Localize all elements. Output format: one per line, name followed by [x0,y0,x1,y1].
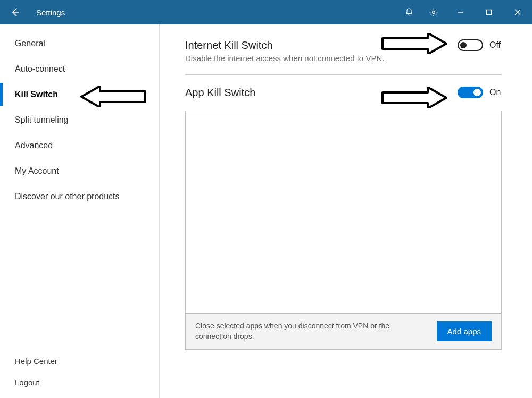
back-button[interactable] [4,0,26,24]
app-kill-switch-description: Close selected apps when you disconnect … [195,321,426,342]
window-close-button[interactable] [503,0,532,24]
sidebar-item-general[interactable]: General [0,31,159,56]
app-kill-switch-toggle[interactable] [458,87,483,98]
sidebar-item-label: Split tunneling [15,115,69,125]
window-maximize-button[interactable] [475,0,503,24]
settings-body: Internet Kill Switch Disable the interne… [160,24,532,398]
sidebar-item-auto-connect[interactable]: Auto-connect [0,56,159,82]
sidebar-item-logout[interactable]: Logout [0,371,159,393]
bell-icon [404,7,414,17]
add-apps-button[interactable]: Add apps [437,321,492,341]
internet-kill-switch-toggle[interactable] [458,39,483,51]
maximize-icon [486,9,492,15]
notifications-button[interactable] [397,0,421,24]
app-kill-switch-row: App Kill Switch On [185,87,505,99]
divider [185,74,502,75]
internet-kill-switch-title: Internet Kill Switch [185,39,384,52]
sidebar-item-discover-products[interactable]: Discover our other products [0,184,159,209]
sidebar-item-label: Auto-connect [15,64,65,74]
sidebar-item-kill-switch[interactable]: Kill Switch [0,82,159,107]
internet-kill-switch-row: Internet Kill Switch Disable the interne… [185,39,505,63]
toggle-knob [473,89,481,96]
sidebar-item-label: My Account [15,166,59,176]
main-area: General Auto-connect Kill Switch Split t… [0,24,532,398]
sidebar-item-label: General [15,39,45,48]
arrow-left-icon [10,7,20,17]
gear-icon [429,7,438,17]
sidebar-item-label: Discover our other products [15,192,120,201]
settings-gear-button[interactable] [421,0,446,24]
internet-kill-switch-state: Off [489,40,505,50]
svg-point-0 [433,11,435,14]
close-icon [514,9,521,15]
sidebar-item-label: Kill Switch [15,90,58,99]
window-minimize-button[interactable] [446,0,475,24]
sidebar-item-my-account[interactable]: My Account [0,158,159,184]
internet-kill-switch-subtitle: Disable the internet access when not con… [185,54,384,63]
app-kill-switch-title: App Kill Switch [185,87,255,99]
minimize-icon [457,9,463,15]
sidebar-item-help-center[interactable]: Help Center [0,350,159,371]
app-kill-switch-card: Close selected apps when you disconnect … [185,111,502,350]
app-kill-switch-list[interactable] [186,111,501,313]
svg-rect-1 [487,10,492,15]
page-title: Settings [36,8,65,17]
sidebar-item-advanced[interactable]: Advanced [0,133,159,158]
toggle-knob [460,42,467,48]
sidebar-item-label: Advanced [15,141,53,150]
app-kill-switch-footer: Close selected apps when you disconnect … [186,313,501,349]
sidebar-item-split-tunneling[interactable]: Split tunneling [0,107,159,133]
app-kill-switch-state: On [489,88,505,97]
sidebar: General Auto-connect Kill Switch Split t… [0,24,160,398]
sidebar-item-label: Help Center [15,357,57,366]
titlebar: Settings [0,0,532,24]
sidebar-item-label: Logout [15,378,39,387]
